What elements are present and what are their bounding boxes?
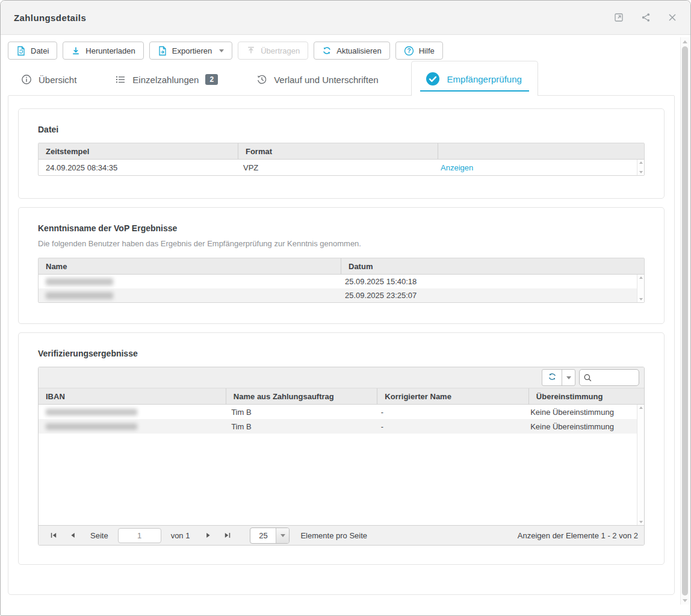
uebertragen-button[interactable]: Übertragen: [238, 42, 308, 60]
refresh-icon: [322, 46, 332, 55]
grid-refresh-split-button: [542, 369, 575, 386]
table-row[interactable]: 25.09.2025 15:40:18: [39, 275, 637, 288]
close-icon[interactable]: [668, 13, 677, 22]
toolbar: Datei Herunterladen Exportieren Übertr: [1, 35, 678, 63]
table-row[interactable]: Tim B - Keine Übereinstimmung: [39, 405, 637, 419]
info-icon: [21, 74, 32, 85]
scroll-down-icon[interactable]: [639, 521, 643, 523]
table-row[interactable]: 24.09.2025 08:34:35 VPZ Anzeigen: [39, 160, 637, 175]
column-header-uebereinstimmung[interactable]: Übereinstimmung: [529, 388, 644, 404]
list-icon: [115, 74, 126, 85]
column-header-datum[interactable]: Datum: [341, 258, 644, 274]
table-scrollbar[interactable]: [637, 275, 644, 302]
exportieren-button[interactable]: Exportieren: [149, 42, 232, 60]
vop-section-title: Kenntnisname der VoP Ergebnisse: [38, 223, 645, 233]
table-scrollbar[interactable]: [637, 160, 644, 175]
pagination-summary: Anzeigen der Elemente 1 - 2 von 2: [518, 531, 638, 540]
name-cell: Tim B: [224, 405, 374, 419]
next-page-button[interactable]: [202, 529, 215, 542]
zeitstempel-cell: 24.09.2025 08:34:35: [39, 160, 236, 175]
tab-uebersicht-label: Übersicht: [39, 75, 76, 85]
name-cell: Tim B: [224, 419, 374, 434]
korrigierter-name-cell: -: [374, 405, 524, 419]
redacted-iban: [46, 409, 137, 415]
datei-table: Zeitstempel Format 24.09.2025 08:34:35 V…: [38, 143, 645, 176]
aktualisieren-button[interactable]: Aktualisieren: [314, 42, 389, 60]
table-scrollbar[interactable]: [637, 405, 644, 525]
page-number-input[interactable]: [118, 528, 161, 543]
dialog-scrollbar[interactable]: [680, 37, 689, 605]
column-header-korrigierter-name[interactable]: Korrigierter Name: [377, 388, 529, 404]
anzeigen-link[interactable]: Anzeigen: [441, 163, 473, 172]
uebereinstimmung-cell: Keine Übereinstimmung: [523, 419, 637, 434]
datei-table-header: Zeitstempel Format: [39, 143, 644, 160]
grid-refresh-options-button[interactable]: [562, 370, 575, 385]
tab-einzelzahlungen[interactable]: Einzelzahlungen 2: [109, 74, 224, 95]
herunterladen-button[interactable]: Herunterladen: [63, 42, 143, 60]
verifizierungsergebnisse-section: Verifizierungsergebnisse: [18, 332, 665, 565]
scroll-down-icon[interactable]: [639, 298, 643, 300]
datei-button[interactable]: Datei: [8, 42, 57, 60]
scroll-up-icon[interactable]: [681, 37, 689, 46]
tab-empfaengerpruefung-label: Empfängerprüfung: [447, 74, 522, 84]
elemente-pro-seite-label: Elemente pro Seite: [300, 531, 367, 540]
table-row[interactable]: Tim B - Keine Übereinstimmung: [39, 419, 637, 434]
first-page-button[interactable]: [47, 529, 60, 542]
tab-empfaengerpruefung[interactable]: Empfängerprüfung: [411, 61, 538, 96]
format-cell: VPZ: [236, 160, 433, 175]
exportieren-button-label: Exportieren: [172, 46, 212, 55]
export-file-icon: [158, 46, 167, 56]
caret-down-icon: [280, 534, 285, 537]
uebertragen-button-label: Übertragen: [261, 46, 300, 55]
einzelzahlungen-count-badge: 2: [205, 74, 218, 85]
datum-cell: 25.09.2025 23:25:07: [338, 288, 637, 302]
history-icon: [256, 74, 267, 85]
svg-text:?: ?: [407, 48, 411, 54]
column-header-empty: [438, 143, 644, 159]
datei-section-title: Datei: [38, 125, 645, 134]
seite-label: Seite: [90, 531, 108, 540]
scroll-up-icon[interactable]: [639, 161, 643, 164]
scrollbar-thumb[interactable]: [682, 46, 688, 596]
column-header-name[interactable]: Name: [39, 258, 341, 274]
check-circle-icon: [425, 71, 441, 87]
tab-einzelzahlungen-label: Einzelzahlungen: [132, 75, 199, 85]
grid-search-box: [579, 369, 639, 386]
redacted-user-name: [46, 278, 113, 285]
scroll-up-icon[interactable]: [639, 406, 643, 409]
grid-toolbar: [39, 367, 644, 388]
datum-cell: 25.09.2025 15:40:18: [338, 275, 637, 288]
share-icon[interactable]: [640, 12, 651, 23]
hilfe-button-label: Hilfe: [419, 46, 435, 55]
herunterladen-button-label: Herunterladen: [85, 46, 135, 55]
dialog-titlebar: Zahlungsdetails: [1, 1, 690, 35]
last-page-button[interactable]: [221, 529, 234, 542]
korrigierter-name-cell: -: [374, 419, 524, 434]
vop-table-header: Name Datum: [39, 258, 644, 275]
column-header-format[interactable]: Format: [238, 143, 438, 159]
refresh-icon: [548, 372, 557, 384]
upload-icon: [246, 46, 256, 55]
redacted-user-name: [46, 292, 113, 299]
empfaengerpruefung-panel: Datei Zeitstempel Format 24.09.2025 08:3…: [8, 95, 675, 595]
prev-page-button[interactable]: [66, 529, 79, 542]
tab-verlauf-und-unterschriften[interactable]: Verlauf und Unterschriften: [250, 74, 384, 95]
uebereinstimmung-cell: Keine Übereinstimmung: [523, 405, 637, 419]
scroll-down-icon[interactable]: [639, 171, 643, 173]
aktualisieren-button-label: Aktualisieren: [336, 46, 381, 55]
column-header-zeitstempel[interactable]: Zeitstempel: [39, 143, 238, 159]
scroll-down-icon[interactable]: [681, 596, 689, 605]
grid-refresh-button[interactable]: [542, 370, 562, 385]
tab-verlauf-label: Verlauf und Unterschriften: [274, 75, 378, 85]
tab-uebersicht[interactable]: Übersicht: [15, 74, 82, 95]
vop-table: Name Datum 25.09.2025 15:40:18 25.09.202…: [38, 258, 645, 303]
hilfe-button[interactable]: ? Hilfe: [395, 42, 443, 60]
table-row[interactable]: 25.09.2025 23:25:07: [39, 288, 637, 302]
column-header-name-aus-zahlungsauftrag[interactable]: Name aus Zahlungsauftrag: [226, 388, 378, 404]
search-input[interactable]: [595, 373, 633, 382]
page-size-dropdown[interactable]: 25: [250, 527, 290, 544]
vop-kenntnisnahme-section: Kenntnisname der VoP Ergebnisse Die folg…: [18, 207, 665, 324]
scroll-up-icon[interactable]: [639, 276, 643, 279]
column-header-iban[interactable]: IBAN: [39, 388, 226, 404]
popout-icon[interactable]: [613, 12, 624, 23]
